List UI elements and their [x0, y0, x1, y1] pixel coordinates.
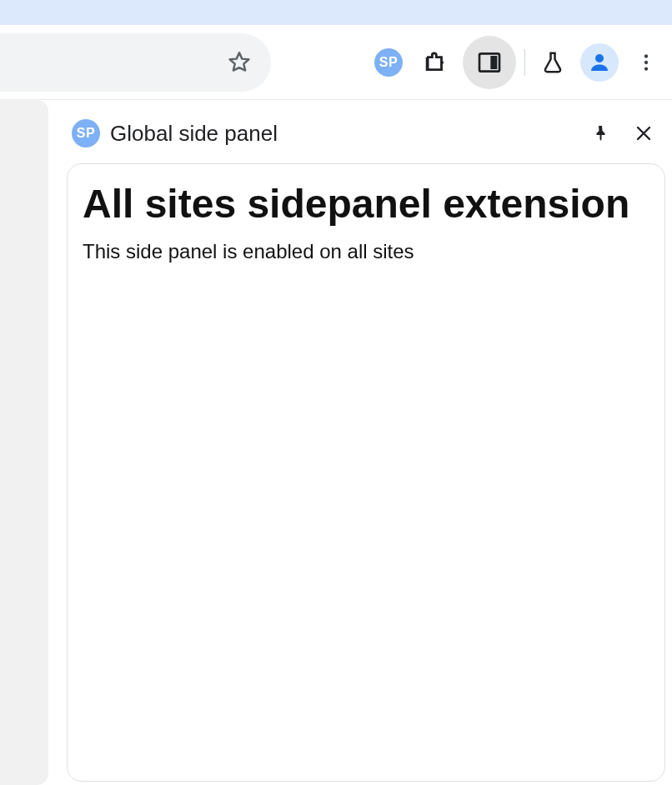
- extension-sp-button[interactable]: SP: [369, 43, 408, 82]
- profile-button[interactable]: [580, 43, 619, 82]
- browser-tab-strip: [0, 0, 672, 25]
- page-background-sliver: [0, 100, 48, 785]
- kebab-menu-icon: [635, 52, 657, 73]
- side-panel-title: Global side panel: [110, 121, 278, 147]
- svg-point-3: [644, 54, 648, 58]
- chrome-menu-button[interactable]: [627, 43, 665, 82]
- star-icon: [227, 50, 252, 75]
- bookmark-star-button[interactable]: [223, 46, 256, 79]
- address-bar-end[interactable]: [0, 33, 271, 92]
- sp-badge-icon: SP: [374, 48, 403, 77]
- pin-icon: [590, 123, 610, 143]
- svg-point-2: [595, 54, 604, 62]
- side-panel-area: SP Global side panel All sites sidepanel…: [48, 100, 672, 785]
- content-row: SP Global side panel All sites sidepanel…: [0, 100, 672, 785]
- svg-point-5: [644, 67, 648, 70]
- side-panel-icon: [476, 49, 503, 76]
- side-panel-body: All sites sidepanel extension This side …: [67, 163, 665, 782]
- toolbar-separator: [524, 49, 525, 76]
- sidepanel-heading: All sites sidepanel extension: [83, 181, 649, 227]
- svg-point-4: [644, 60, 648, 63]
- person-icon: [587, 50, 612, 75]
- side-panel-badge-icon: SP: [72, 119, 100, 148]
- extensions-button[interactable]: [416, 43, 454, 82]
- sidepanel-description: This side panel is enabled on all sites: [83, 240, 649, 263]
- close-side-panel-button[interactable]: [627, 117, 660, 150]
- close-icon: [634, 123, 654, 143]
- flask-icon: [540, 50, 565, 75]
- labs-button[interactable]: [534, 43, 572, 82]
- browser-toolbar: SP: [0, 25, 672, 100]
- side-panel-header: SP Global side panel: [67, 107, 665, 160]
- puzzle-icon: [423, 50, 448, 75]
- pin-button[interactable]: [584, 117, 617, 150]
- svg-rect-1: [490, 56, 497, 69]
- side-panel-button[interactable]: [463, 36, 516, 89]
